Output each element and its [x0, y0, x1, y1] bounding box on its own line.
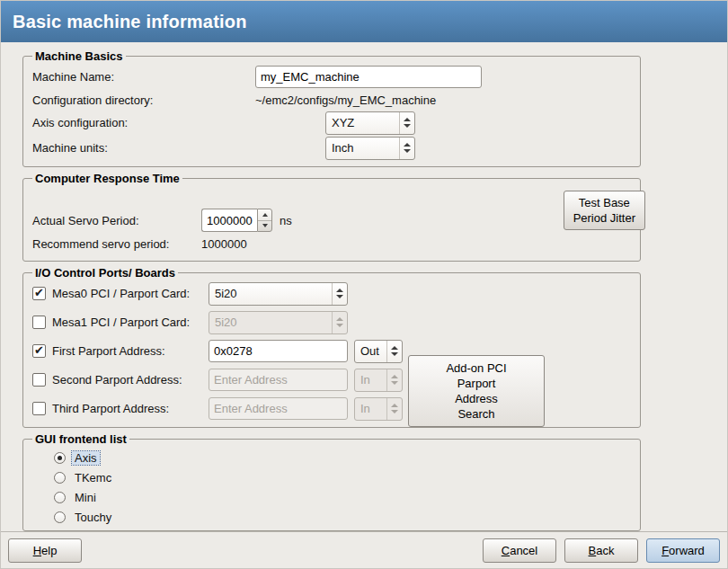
addon-pci-parport-search-button[interactable]: Add-on PCI Parport Address Search	[408, 355, 545, 427]
servo-period-row: Actual Servo Period: ns	[32, 187, 633, 232]
radio-tkemc[interactable]	[54, 472, 66, 484]
recommend-period-value: 1000000	[201, 237, 247, 251]
addon-button-line2: Parport	[457, 376, 496, 391]
io-ports-section: I/O Control Ports/ Boards Mesa0 PCI / Pa…	[22, 266, 641, 428]
first-parport-label: First Parport Address:	[52, 344, 209, 358]
spin-up-button[interactable]	[258, 209, 271, 220]
chevron-updown-icon	[332, 312, 347, 333]
response-time-section: Computer Response Time Test Base Period …	[22, 172, 641, 262]
second-parport-address-input	[209, 369, 348, 391]
machine-name-label: Machine Name:	[32, 70, 255, 84]
machine-units-value: Inch	[326, 138, 399, 159]
gui-frontend-legend: GUI frontend list	[32, 432, 129, 446]
chevron-updown-icon	[332, 283, 347, 305]
first-parport-direction-value: Out	[355, 341, 386, 362]
servo-period-spinner	[201, 209, 272, 232]
back-button-label: Back	[589, 544, 615, 557]
cancel-button[interactable]: Cancel	[483, 538, 556, 563]
arrow-down-icon	[262, 224, 268, 227]
page-title: Basic machine information	[13, 12, 247, 32]
radio-touchy[interactable]	[54, 511, 66, 523]
servo-period-units: ns	[280, 214, 292, 227]
axis-config-value: XYZ	[326, 112, 399, 134]
second-parport-direction-value: In	[355, 369, 386, 391]
gui-option-row: Touchy	[54, 507, 633, 527]
third-parport-checkbox[interactable]	[32, 402, 46, 415]
recommend-period-row: Recommend servo period: 1000000	[32, 233, 633, 254]
mesa1-label: Mesa1 PCI / Parport Card:	[52, 316, 209, 329]
second-parport-checkbox[interactable]	[32, 373, 46, 387]
io-ports-legend: I/O Control Ports/ Boards	[32, 266, 178, 280]
radio-tkemc-label[interactable]: TKemc	[72, 471, 114, 485]
footer-action-bar: Help Cancel Back Forward	[1, 531, 727, 568]
chevron-updown-icon	[399, 112, 414, 134]
chevron-updown-icon	[399, 138, 414, 159]
forward-button-label: Forward	[661, 544, 705, 557]
mesa0-card-select[interactable]: 5i20	[209, 282, 348, 306]
axis-config-select[interactable]: XYZ	[325, 111, 415, 135]
help-button[interactable]: Help	[8, 538, 82, 563]
machine-basics-section: Machine Basics Machine Name: Configurati…	[22, 49, 641, 167]
spinner-buttons	[257, 209, 272, 232]
servo-period-label: Actual Servo Period:	[32, 214, 201, 227]
radio-axis-label[interactable]: Axis	[72, 451, 100, 465]
config-directory-label: Configuration directory:	[32, 93, 255, 107]
test-button-line1: Test Base	[579, 195, 630, 210]
main-content: Machine Basics Machine Name: Configurati…	[1, 42, 727, 531]
third-parport-address-input	[209, 397, 348, 420]
test-base-period-jitter-button[interactable]: Test Base Period Jitter	[564, 191, 645, 230]
page-header: Basic machine information	[1, 1, 727, 42]
mesa1-card-value: 5i20	[209, 312, 332, 333]
first-parport-address-input[interactable]	[209, 340, 348, 362]
mesa1-row: Mesa1 PCI / Parport Card: 5i20	[32, 310, 633, 334]
test-button-line2: Period Jitter	[573, 210, 635, 226]
third-parport-direction-select: In	[354, 397, 403, 421]
mesa0-checkbox[interactable]	[32, 287, 46, 300]
cancel-button-label: Cancel	[502, 544, 537, 557]
config-directory-value: ~/emc2/configs/my_EMC_machine	[255, 93, 436, 107]
mesa1-checkbox[interactable]	[32, 316, 46, 329]
third-parport-label: Third Parport Address:	[52, 402, 209, 415]
machine-name-row: Machine Name:	[32, 65, 633, 89]
first-parport-checkbox[interactable]	[32, 344, 46, 358]
mesa0-row: Mesa0 PCI / Parport Card: 5i20	[32, 281, 633, 306]
radio-axis[interactable]	[54, 452, 66, 464]
config-directory-row: Configuration directory: ~/emc2/configs/…	[32, 90, 633, 110]
machine-units-label: Machine units:	[32, 141, 255, 155]
response-time-legend: Computer Response Time	[32, 172, 182, 185]
chevron-updown-icon	[386, 369, 402, 391]
arrow-up-icon	[262, 213, 268, 217]
first-parport-direction-select[interactable]: Out	[354, 340, 403, 363]
back-button[interactable]: Back	[564, 538, 638, 563]
forward-button[interactable]: Forward	[646, 538, 720, 563]
gui-option-row: Axis	[54, 448, 633, 467]
mesa1-card-select: 5i20	[209, 311, 348, 334]
addon-button-line3: Address	[455, 391, 498, 406]
help-button-label: Help	[33, 544, 58, 557]
second-parport-label: Second Parport Address:	[52, 373, 209, 387]
machine-units-select[interactable]: Inch	[325, 137, 415, 160]
radio-mini-label[interactable]: Mini	[72, 491, 99, 504]
recommend-period-label: Recommend servo period:	[32, 237, 201, 251]
axis-config-row: Axis configuration: XYZ	[32, 111, 633, 135]
mesa0-label: Mesa0 PCI / Parport Card:	[52, 287, 209, 300]
addon-button-line4: Search	[457, 406, 494, 422]
gui-option-row: Mini	[54, 487, 633, 507]
servo-period-input[interactable]	[201, 209, 257, 232]
machine-basics-legend: Machine Basics	[32, 49, 126, 63]
gui-frontend-section: GUI frontend list Axis TKemc Mini Touchy	[22, 432, 641, 531]
gui-option-row: TKemc	[54, 467, 633, 487]
chevron-updown-icon	[386, 341, 402, 362]
third-parport-direction-value: In	[355, 398, 386, 420]
addon-button-line1: Add-on PCI	[446, 360, 506, 376]
spin-down-button[interactable]	[258, 220, 271, 232]
machine-units-row: Machine units: Inch	[32, 136, 633, 160]
radio-touchy-label[interactable]: Touchy	[72, 511, 114, 524]
machine-name-input[interactable]	[255, 66, 482, 88]
radio-mini[interactable]	[54, 492, 66, 503]
chevron-updown-icon	[386, 398, 402, 420]
mesa0-card-value: 5i20	[209, 283, 332, 305]
axis-config-label: Axis configuration:	[32, 116, 255, 129]
second-parport-direction-select: In	[354, 369, 403, 392]
